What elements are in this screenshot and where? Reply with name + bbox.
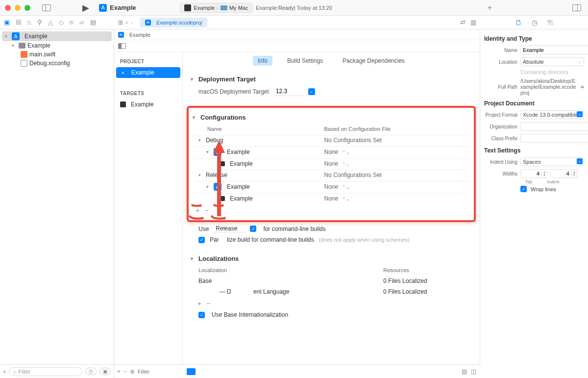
col-name: Name — [194, 124, 320, 134]
add-config-button[interactable]: + — [196, 206, 199, 214]
close-icon[interactable] — [5, 5, 11, 11]
config-row[interactable]: ▾Release No Configurations Set — [194, 170, 469, 180]
section-header[interactable]: ▾ Deployment Target — [191, 74, 472, 85]
outline-toggle-icon[interactable] — [118, 43, 126, 49]
loc-row[interactable]: Base0 Files Localized — [196, 276, 475, 286]
recent-filter-icon[interactable]: ◷ — [85, 368, 97, 375]
library-icon[interactable] — [572, 3, 581, 12]
scm-filter-icon[interactable]: ▣ — [99, 368, 111, 375]
tab-package-deps[interactable]: Package Dependencies — [338, 56, 410, 66]
tree-file[interactable]: Debug.xcconfig — [0, 59, 114, 68]
adjust-editor-icon[interactable]: ▥ — [470, 19, 476, 26]
scheme-selector[interactable]: Example › My Mac — [180, 3, 252, 13]
report-nav-icon[interactable]: ▤ — [90, 19, 96, 26]
section-header[interactable]: ▾ Configurations — [193, 112, 470, 123]
minimize-icon[interactable] — [15, 5, 21, 11]
dropdown-icon[interactable]: ⌃⌄ — [342, 197, 350, 202]
checkbox-icon[interactable]: ✓ — [250, 226, 256, 232]
chevron-down-icon[interactable]: ▾ — [206, 150, 211, 154]
dropdown-icon[interactable]: ⌃⌄ — [342, 185, 350, 190]
config-value[interactable]: None — [324, 195, 339, 202]
breakpoint-nav-icon[interactable]: ▱ — [79, 19, 84, 26]
chevron-down-icon[interactable]: ▾ — [198, 138, 203, 143]
prefix-input[interactable] — [520, 134, 588, 143]
symbol-nav-icon[interactable]: ⎌ — [27, 19, 31, 26]
tab-build-settings[interactable]: Build Settings — [282, 56, 328, 66]
editor-tab[interactable]: A Example.xcodeproj — [140, 18, 207, 27]
help-inspector-icon[interactable]: ?⃝ — [547, 19, 554, 26]
project-outline-target[interactable]: Example — [116, 99, 180, 110]
project-outline-project[interactable]: A Example — [116, 67, 180, 78]
add-tab-button[interactable]: + — [488, 3, 492, 12]
config-row[interactable]: ▾Debug No Configurations Set — [194, 135, 469, 145]
debug-nav-icon[interactable]: ⎋ — [70, 19, 74, 26]
destination: My Mac — [229, 5, 248, 11]
chevron-down-icon[interactable]: ▾ — [198, 173, 203, 177]
dropdown-icon[interactable]: ⌄ — [308, 88, 315, 95]
config-row[interactable]: Example None⌃⌄ — [194, 158, 469, 169]
zoom-icon[interactable] — [24, 5, 30, 11]
config-value[interactable]: None — [324, 149, 339, 155]
use-base-checkbox[interactable]: ✓ — [198, 312, 205, 318]
outline-label: Example — [131, 69, 154, 76]
back-button[interactable]: ‹ — [126, 19, 128, 26]
find-nav-icon[interactable]: ⚲ — [37, 19, 42, 26]
swap-icon[interactable]: ⇄ — [460, 19, 466, 26]
test-nav-icon[interactable]: ◇ — [59, 19, 64, 26]
indent-select[interactable]: Spaces — [520, 157, 584, 166]
indent-width-stepper[interactable]: ▲▼ — [550, 169, 577, 178]
filter-input[interactable]: ⌕ Filter — [9, 367, 82, 376]
chevron-down-icon[interactable]: ▾ — [12, 43, 17, 48]
loc-row[interactable]: English — Development Language0 Files Lo… — [196, 287, 475, 297]
config-value[interactable]: None — [324, 160, 339, 167]
tab-width-stepper[interactable]: ▲▼ — [520, 169, 547, 178]
reveal-icon[interactable]: ➜ — [580, 84, 584, 90]
run-button[interactable]: ▶ — [82, 2, 89, 13]
variable-view-icon[interactable]: ◫ — [471, 368, 476, 375]
prefix-label: Class Prefix — [484, 136, 517, 141]
format-select[interactable]: Xcode 13.0-compatible — [520, 110, 584, 119]
use-config-select[interactable]: Release — [214, 225, 245, 232]
config-value[interactable]: None — [324, 183, 339, 190]
add-button[interactable]: + — [3, 369, 6, 375]
remove-loc-button[interactable]: − — [206, 300, 210, 307]
fullpath-label: Full Path — [484, 84, 517, 90]
issue-nav-icon[interactable]: △ — [48, 19, 53, 26]
tree-file[interactable]: main.swift — [0, 50, 114, 59]
file-inspector-icon[interactable]: 🗋 — [515, 19, 522, 26]
deployment-target-input[interactable] — [274, 87, 303, 96]
config-row[interactable]: ▾AExample None⌃⌄ — [194, 146, 469, 157]
source-control-icon[interactable]: ☒ — [16, 19, 22, 26]
config-row[interactable]: Example None⌃⌄ — [194, 193, 469, 203]
tree-folder[interactable]: ▾ Example — [0, 41, 114, 50]
terminal-icon — [220, 161, 225, 166]
toolbar: ▣ ☒ ⎌ ⚲ △ ◇ ⎋ ▱ ▤ ⊞ ‹ › A Example.xcodep… — [0, 16, 588, 29]
remove-target-button[interactable]: − — [123, 368, 127, 375]
tree-label: Example — [24, 33, 48, 40]
debug-view-icon[interactable] — [187, 368, 196, 375]
parallelize-checkbox[interactable]: ✓ — [198, 237, 205, 243]
org-input[interactable] — [520, 122, 588, 131]
folder-nav-icon[interactable]: ▣ — [4, 19, 10, 26]
wrap-checkbox[interactable]: ✓ — [520, 186, 527, 192]
sidebar-toggle-icon[interactable] — [42, 3, 51, 12]
tree-root[interactable]: ▾ A Example — [2, 31, 112, 41]
jump-bar[interactable]: A Example — [114, 29, 480, 40]
name-input[interactable] — [520, 46, 588, 54]
remove-config-button[interactable]: − — [204, 206, 208, 214]
active-scheme[interactable]: A Example — [99, 4, 136, 12]
add-target-button[interactable]: + — [117, 368, 121, 375]
chevron-down-icon[interactable]: ▾ — [206, 184, 211, 189]
section-header[interactable]: ▾ Localizations — [191, 253, 472, 264]
related-items-icon[interactable]: ⊞ — [118, 19, 123, 26]
console-filter-icon[interactable]: ▤ — [462, 368, 467, 375]
history-inspector-icon[interactable]: ◷ — [532, 19, 538, 26]
forward-button[interactable]: › — [131, 19, 133, 26]
config-row[interactable]: ▾AExample None⌃⌄ — [194, 181, 469, 192]
chevron-down-icon[interactable]: ▾ — [5, 34, 10, 39]
tab-info[interactable]: Info — [253, 56, 272, 66]
dropdown-icon[interactable]: ⌃⌄ — [342, 162, 350, 167]
add-loc-button[interactable]: + — [197, 300, 201, 307]
location-select[interactable]: Absolute — [520, 57, 584, 66]
dropdown-icon[interactable]: ⌃⌄ — [342, 150, 350, 155]
